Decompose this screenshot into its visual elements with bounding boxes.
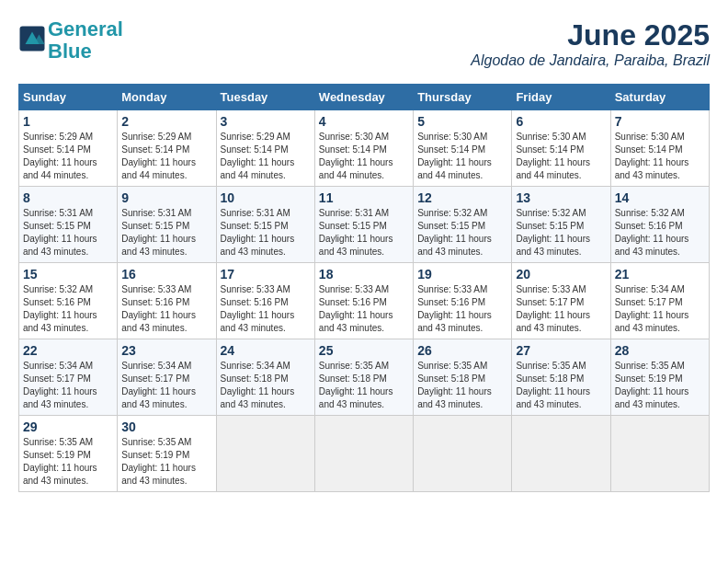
table-row: 24 Sunrise: 5:34 AM Sunset: 5:18 PM Dayl… — [216, 339, 314, 416]
table-row: 11 Sunrise: 5:31 AM Sunset: 5:15 PM Dayl… — [314, 187, 413, 263]
table-row: 13 Sunrise: 5:32 AM Sunset: 5:15 PM Dayl… — [512, 187, 610, 263]
day-number: 25 — [319, 343, 409, 358]
calendar-table: Sunday Monday Tuesday Wednesday Thursday… — [18, 84, 710, 492]
table-row: 23 Sunrise: 5:34 AM Sunset: 5:17 PM Dayl… — [118, 339, 216, 416]
table-row: 28 Sunrise: 5:35 AM Sunset: 5:19 PM Dayl… — [610, 339, 709, 416]
day-info: Sunrise: 5:33 AM Sunset: 5:16 PM Dayligh… — [417, 283, 507, 335]
day-info: Sunrise: 5:35 AM Sunset: 5:18 PM Dayligh… — [516, 360, 606, 411]
day-number: 21 — [615, 267, 705, 282]
day-info: Sunrise: 5:31 AM Sunset: 5:15 PM Dayligh… — [319, 207, 409, 259]
table-row: 1 Sunrise: 5:29 AM Sunset: 5:14 PM Dayli… — [19, 110, 118, 187]
day-info: Sunrise: 5:34 AM Sunset: 5:17 PM Dayligh… — [615, 283, 705, 335]
table-row: 22 Sunrise: 5:34 AM Sunset: 5:17 PM Dayl… — [19, 339, 118, 416]
table-row: 20 Sunrise: 5:33 AM Sunset: 5:17 PM Dayl… — [512, 263, 610, 339]
day-info: Sunrise: 5:33 AM Sunset: 5:16 PM Dayligh… — [121, 283, 211, 335]
day-info: Sunrise: 5:32 AM Sunset: 5:16 PM Dayligh… — [615, 207, 705, 259]
table-row: 19 Sunrise: 5:33 AM Sunset: 5:16 PM Dayl… — [414, 263, 512, 339]
table-row: 6 Sunrise: 5:30 AM Sunset: 5:14 PM Dayli… — [512, 110, 610, 187]
day-info: Sunrise: 5:35 AM Sunset: 5:19 PM Dayligh… — [615, 360, 705, 411]
day-number: 6 — [516, 114, 606, 129]
table-row: 17 Sunrise: 5:33 AM Sunset: 5:16 PM Dayl… — [216, 263, 314, 339]
day-info: Sunrise: 5:34 AM Sunset: 5:17 PM Dayligh… — [23, 360, 113, 411]
day-info: Sunrise: 5:33 AM Sunset: 5:16 PM Dayligh… — [319, 283, 409, 335]
day-info: Sunrise: 5:33 AM Sunset: 5:16 PM Dayligh… — [221, 283, 311, 335]
table-row: 10 Sunrise: 5:31 AM Sunset: 5:15 PM Dayl… — [216, 187, 314, 263]
day-number: 19 — [417, 267, 507, 282]
table-row: 16 Sunrise: 5:33 AM Sunset: 5:16 PM Dayl… — [118, 263, 216, 339]
day-number: 10 — [221, 190, 311, 205]
day-info: Sunrise: 5:31 AM Sunset: 5:15 PM Dayligh… — [23, 207, 113, 259]
month-title: June 2025 — [471, 18, 710, 52]
calendar-week-row: 8 Sunrise: 5:31 AM Sunset: 5:15 PM Dayli… — [19, 187, 710, 263]
day-info: Sunrise: 5:34 AM Sunset: 5:17 PM Dayligh… — [121, 360, 211, 411]
table-row: 21 Sunrise: 5:34 AM Sunset: 5:17 PM Dayl… — [610, 263, 709, 339]
day-info: Sunrise: 5:29 AM Sunset: 5:14 PM Dayligh… — [221, 131, 311, 182]
day-number: 1 — [23, 114, 113, 129]
table-row — [610, 416, 709, 492]
day-number: 15 — [23, 267, 113, 282]
day-number: 30 — [121, 419, 211, 434]
day-info: Sunrise: 5:32 AM Sunset: 5:16 PM Dayligh… — [23, 283, 113, 335]
day-number: 8 — [23, 190, 113, 205]
day-info: Sunrise: 5:30 AM Sunset: 5:14 PM Dayligh… — [319, 131, 409, 182]
table-row: 8 Sunrise: 5:31 AM Sunset: 5:15 PM Dayli… — [19, 187, 118, 263]
calendar-week-row: 29 Sunrise: 5:35 AM Sunset: 5:19 PM Dayl… — [19, 416, 710, 492]
day-info: Sunrise: 5:35 AM Sunset: 5:18 PM Dayligh… — [417, 360, 507, 411]
day-info: Sunrise: 5:30 AM Sunset: 5:14 PM Dayligh… — [417, 131, 507, 182]
day-number: 13 — [516, 190, 606, 205]
day-info: Sunrise: 5:34 AM Sunset: 5:18 PM Dayligh… — [221, 360, 311, 411]
day-number: 4 — [319, 114, 409, 129]
day-number: 23 — [121, 343, 211, 358]
day-number: 24 — [221, 343, 311, 358]
col-friday: Friday — [512, 85, 610, 110]
day-info: Sunrise: 5:35 AM Sunset: 5:19 PM Dayligh… — [121, 436, 211, 488]
table-row: 26 Sunrise: 5:35 AM Sunset: 5:18 PM Dayl… — [414, 339, 512, 416]
day-number: 9 — [121, 190, 211, 205]
day-number: 27 — [516, 343, 606, 358]
col-saturday: Saturday — [610, 85, 709, 110]
day-number: 5 — [417, 114, 507, 129]
title-section: June 2025 Algodao de Jandaira, Paraiba, … — [471, 18, 710, 69]
table-row: 9 Sunrise: 5:31 AM Sunset: 5:15 PM Dayli… — [118, 187, 216, 263]
day-number: 11 — [319, 190, 409, 205]
day-number: 12 — [417, 190, 507, 205]
location-title: Algodao de Jandaira, Paraiba, Brazil — [471, 52, 710, 69]
day-info: Sunrise: 5:31 AM Sunset: 5:15 PM Dayligh… — [221, 207, 311, 259]
day-number: 28 — [615, 343, 705, 358]
col-thursday: Thursday — [414, 85, 512, 110]
day-info: Sunrise: 5:35 AM Sunset: 5:18 PM Dayligh… — [319, 360, 409, 411]
calendar-week-row: 22 Sunrise: 5:34 AM Sunset: 5:17 PM Dayl… — [19, 339, 710, 416]
day-number: 22 — [23, 343, 113, 358]
logo-icon — [18, 25, 46, 52]
day-number: 20 — [516, 267, 606, 282]
calendar-header-row: Sunday Monday Tuesday Wednesday Thursday… — [19, 85, 710, 110]
day-info: Sunrise: 5:31 AM Sunset: 5:15 PM Dayligh… — [121, 207, 211, 259]
table-row — [314, 416, 413, 492]
day-info: Sunrise: 5:30 AM Sunset: 5:14 PM Dayligh… — [516, 131, 606, 182]
day-info: Sunrise: 5:33 AM Sunset: 5:17 PM Dayligh… — [516, 283, 606, 335]
day-info: Sunrise: 5:35 AM Sunset: 5:19 PM Dayligh… — [23, 436, 113, 488]
day-number: 26 — [417, 343, 507, 358]
day-number: 3 — [221, 114, 311, 129]
day-info: Sunrise: 5:29 AM Sunset: 5:14 PM Dayligh… — [23, 131, 113, 182]
table-row — [216, 416, 314, 492]
day-number: 29 — [23, 419, 113, 434]
day-info: Sunrise: 5:32 AM Sunset: 5:15 PM Dayligh… — [417, 207, 507, 259]
col-monday: Monday — [118, 85, 216, 110]
day-number: 17 — [221, 267, 311, 282]
day-number: 7 — [615, 114, 705, 129]
day-info: Sunrise: 5:29 AM Sunset: 5:14 PM Dayligh… — [121, 131, 211, 182]
col-tuesday: Tuesday — [216, 85, 314, 110]
day-number: 14 — [615, 190, 705, 205]
logo-blue: Blue — [48, 40, 92, 63]
table-row: 12 Sunrise: 5:32 AM Sunset: 5:15 PM Dayl… — [414, 187, 512, 263]
day-info: Sunrise: 5:30 AM Sunset: 5:14 PM Dayligh… — [615, 131, 705, 182]
table-row — [512, 416, 610, 492]
logo-text: General Blue — [48, 18, 123, 63]
table-row: 25 Sunrise: 5:35 AM Sunset: 5:18 PM Dayl… — [314, 339, 413, 416]
calendar-week-row: 1 Sunrise: 5:29 AM Sunset: 5:14 PM Dayli… — [19, 110, 710, 187]
table-row: 29 Sunrise: 5:35 AM Sunset: 5:19 PM Dayl… — [19, 416, 118, 492]
col-wednesday: Wednesday — [314, 85, 413, 110]
day-number: 16 — [121, 267, 211, 282]
table-row: 4 Sunrise: 5:30 AM Sunset: 5:14 PM Dayli… — [314, 110, 413, 187]
